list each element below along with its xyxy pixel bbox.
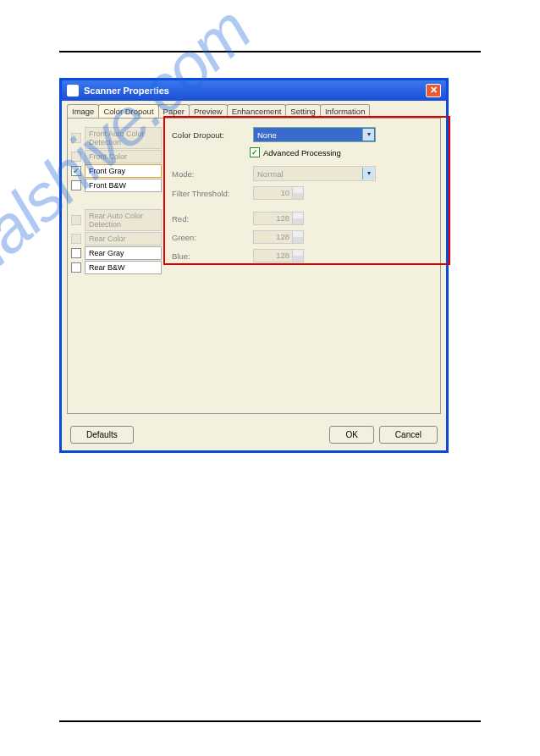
mode-label: Mode: [172,169,248,179]
app-icon [67,85,79,97]
green-label: Green: [172,233,248,242]
checkbox[interactable] [71,215,81,225]
red-label: Red: [172,214,248,223]
checkbox[interactable] [71,248,81,258]
sidebar-rear-auto: Rear Auto Color Detection [71,209,162,231]
row-advanced-processing: ✓ Advanced Processing [250,147,433,157]
blue-label: Blue: [172,251,248,261]
chevron-down-icon: ▾ [362,129,374,141]
settings-form: Color Dropout: None ▾ ✓ Advanced Process… [165,119,440,276]
scanner-properties-dialog: Scanner Properties ✕ Image Color Dropout… [59,78,449,453]
sidebar-front-bw: Front B&W [71,179,162,192]
blue-input: 128 [253,249,304,262]
advanced-processing-label: Advanced Processing [263,148,341,157]
tab-preview[interactable]: Preview [189,104,228,118]
checkbox[interactable] [71,133,81,143]
tab-enhancement[interactable]: Enhancement [227,104,287,118]
sidebar-rear-gray: Rear Gray [71,246,162,260]
front-group: Front Auto Color Detection Front Color ✓… [71,127,162,192]
sidebar-rear-bw: Rear B&W [71,261,162,274]
sidebar-front-auto: Front Auto Color Detection [71,127,162,149]
sidebar-rear-color: Rear Color [71,232,162,246]
tab-content: Front Auto Color Detection Front Color ✓… [67,118,441,414]
tab-setting[interactable]: Setting [285,104,321,118]
checkbox[interactable] [71,234,81,244]
cancel-button[interactable]: Cancel [379,426,438,444]
close-button[interactable]: ✕ [426,84,441,97]
top-rule [59,51,481,52]
tab-image[interactable]: Image [67,104,99,118]
row-red: Red: 128 [172,212,433,225]
checkbox[interactable] [71,180,81,190]
green-input: 128 [253,230,304,244]
sidebar: Front Auto Color Detection Front Color ✓… [68,119,165,413]
filter-threshold-label: Filter Threshold: [172,189,248,198]
red-input: 128 [253,212,304,225]
row-mode: Mode: Normal ▾ [172,166,433,181]
color-dropout-label: Color Dropout: [172,130,248,140]
mode-select: Normal ▾ [253,166,376,181]
checkbox[interactable]: ✓ [71,166,81,176]
sidebar-front-gray: ✓ Front Gray [71,164,162,178]
titlebar: Scanner Properties ✕ [62,80,446,101]
row-green: Green: 128 [172,230,433,244]
row-blue: Blue: 128 [172,249,433,262]
rear-group: Rear Auto Color Detection Rear Color Rea… [71,209,162,274]
row-color-dropout: Color Dropout: None ▾ [172,127,433,142]
tab-color-dropout[interactable]: Color Dropout [98,104,158,118]
defaults-button[interactable]: Defaults [70,426,134,444]
filter-threshold-input: 10 [253,186,304,200]
tab-paper[interactable]: Paper [158,104,190,118]
chevron-down-icon: ▾ [362,168,374,179]
tab-strip: Image Color Dropout Paper Preview Enhanc… [62,101,446,118]
row-filter-threshold: Filter Threshold: 10 [172,186,433,200]
advanced-processing-checkbox[interactable]: ✓ [250,147,260,157]
color-dropout-select[interactable]: None ▾ [253,127,376,142]
ok-button[interactable]: OK [329,426,373,444]
checkbox[interactable] [71,152,81,162]
main-pane: Color Dropout: None ▾ ✓ Advanced Process… [165,119,440,413]
tab-information[interactable]: Information [320,104,371,118]
bottom-rule [59,720,481,722]
dialog-title: Scanner Properties [84,86,169,96]
checkbox[interactable] [71,262,81,273]
sidebar-front-color: Front Color [71,150,162,163]
button-bar: Defaults OK Cancel [62,419,446,450]
